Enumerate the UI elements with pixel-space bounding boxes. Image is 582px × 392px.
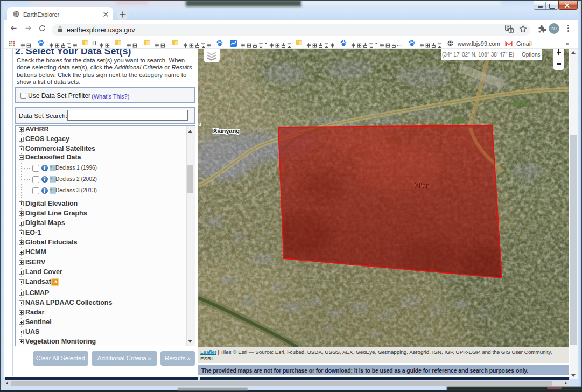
- svg-text:Xianyang: Xianyang: [213, 128, 240, 134]
- svg-text:u: u: [198, 121, 201, 127]
- svg-text:XI'an: XI'an: [415, 182, 430, 190]
